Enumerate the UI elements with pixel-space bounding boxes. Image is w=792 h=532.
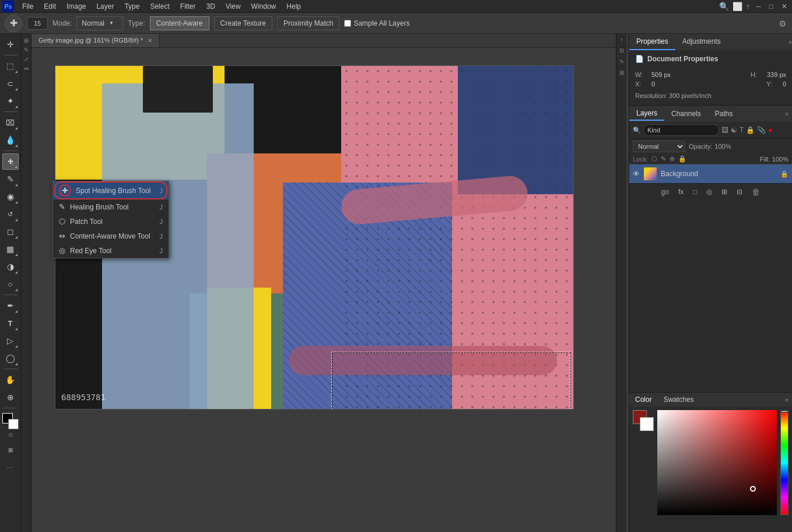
layer-action-fx[interactable]: fx [676,187,686,197]
color-hue-slider[interactable] [780,410,789,515]
dodge-tool-btn[interactable]: ○ [2,276,19,292]
healing-tool-btn[interactable]: ✚⊹ [2,153,19,170]
shape-tool-btn[interactable]: ◯ [2,350,19,366]
close-btn[interactable]: ✕ [779,2,790,10]
type-create-texture-btn[interactable]: Create Texture [214,16,273,30]
lasso-tool-btn[interactable]: ⊂ [2,75,19,92]
filter-type-icon[interactable]: T [740,126,744,134]
type-content-aware-btn[interactable]: Content-Aware [150,16,209,30]
tab-adjustments[interactable]: Adjustments [675,34,728,50]
pen-tool-btn[interactable]: ✒ [2,298,19,314]
layer-action-adjustment[interactable]: ◎ [704,187,714,197]
secondary-icon-2[interactable]: ✎ [22,46,30,54]
menu-select[interactable]: Select [145,1,174,12]
menu-file[interactable]: File [17,1,38,12]
sample-all-layers-label[interactable]: Sample All Layers [344,19,409,27]
clone-stamp-tool-btn[interactable]: ◉ [2,188,19,205]
more-tools-btn[interactable]: ··· [2,459,19,475]
gradient-tool-btn[interactable]: ▦ [2,241,19,257]
brush-tool-btn[interactable]: ✎ [2,171,19,187]
type-proximity-match-btn[interactable]: Proximity Match [277,16,339,30]
move-tool-btn[interactable] [2,36,19,52]
menu-3d[interactable]: 3D [201,1,219,12]
lock-artboard-icon[interactable]: ⊕ [670,155,675,163]
secondary-icon-3[interactable]: ⤢ [22,55,30,63]
filter-shape-icon[interactable]: 🔒 [746,126,755,134]
history-brush-tool-btn[interactable]: ↺ [2,206,19,222]
color-panel-collapse-icon[interactable]: ≡ [785,397,789,403]
color-gradient-picker[interactable] [657,410,777,515]
menu-edit[interactable]: Edit [39,1,61,12]
menu-type[interactable]: Type [120,1,144,12]
workspace-icon[interactable]: ⬜ [733,2,742,11]
spot-healing-popup-label: Spot Healing Brush Tool [76,187,151,195]
layers-kind-dropdown[interactable]: Kind [643,124,719,136]
lock-pixels-icon[interactable]: ⬡ [651,155,657,163]
layer-action-link[interactable]: go [659,187,671,197]
filter-adjust-icon[interactable]: ☯ [731,126,737,134]
document-tab[interactable]: Getty image.jpg @ 161% (RGB/8#) * ✕ [31,34,160,47]
popup-item-healing-brush[interactable]: ✎ Healing Brush Tool J [53,200,169,214]
filter-toggle-icon[interactable]: ● [768,126,772,134]
zoom-tool-btn[interactable]: ⊕ [2,389,19,405]
background-color-swatch[interactable] [8,419,19,429]
menu-help[interactable]: Help [282,1,306,12]
secondary-icon-4[interactable]: ⇔ [22,64,30,72]
layers-collapse-icon[interactable]: ≡ [785,111,789,117]
popup-item-red-eye[interactable]: ◎ Red Eye Tool J [53,243,169,258]
quick-select-tool-btn[interactable]: ✦ [2,93,19,109]
text-tool-btn[interactable]: T [2,315,19,331]
menu-image[interactable]: Image [62,1,90,12]
quick-mask-icon[interactable]: ⊙ [8,432,13,438]
minimize-btn[interactable]: ─ [754,2,763,10]
properties-collapse-icon[interactable]: ≡ [789,39,792,46]
lock-all-icon[interactable]: 🔒 [678,155,686,163]
bg-color-swatch[interactable] [640,417,654,431]
document-tab-close[interactable]: ✕ [148,37,152,44]
menu-view[interactable]: View [221,1,246,12]
mode-dropdown[interactable]: Normal [76,16,123,30]
brush-size-input[interactable] [27,17,48,30]
maximize-btn[interactable]: □ [767,2,776,10]
screen-mode-btn[interactable]: ⊞ [2,442,19,458]
popup-item-spot-healing[interactable]: ✚ Spot Healing Brush Tool J [53,181,169,200]
crop-tool-btn[interactable]: ⌧ [2,114,19,131]
popup-item-content-aware[interactable]: ⇔ Content-Aware Move Tool J [53,229,169,243]
layer-item-background[interactable]: 👁 Background 🔒 [629,164,792,183]
tab-layers[interactable]: Layers [629,107,664,121]
eraser-tool-btn[interactable]: ◻ [2,223,19,240]
tab-paths[interactable]: Paths [708,107,740,120]
layer-action-mask[interactable]: □ [691,187,699,197]
tab-properties[interactable]: Properties [629,34,675,50]
right-strip-icon-2[interactable]: ✎ [619,58,624,65]
right-strip-icon-1[interactable]: ⊟ [619,47,624,54]
right-strip-icon-3[interactable]: ⊞ [619,69,624,76]
menu-layer[interactable]: Layer [92,1,118,12]
menu-window[interactable]: Window [247,1,281,12]
secondary-icon-1[interactable]: ⊞ [22,36,30,44]
share-icon[interactable]: ↑ [746,2,750,11]
sample-all-layers-checkbox[interactable] [344,20,351,27]
hand-tool-btn[interactable]: ✋ [2,372,19,388]
layer-action-add[interactable]: ⊟ [734,187,745,197]
collapse-right-btn[interactable]: › [621,36,622,43]
layer-action-group[interactable]: ⊞ [719,187,730,197]
menu-filter[interactable]: Filter [176,1,201,12]
tab-channels[interactable]: Channels [664,107,708,120]
filter-smartobj-icon[interactable]: 📎 [757,126,766,134]
layer-visibility-eye[interactable]: 👁 [633,170,640,178]
search-icon[interactable]: 🔍 [719,2,729,11]
main-layout: ⬚ ⊂ ✦ ⌧ 💧 ✚⊹ ✎ ◉ [0,34,792,532]
lock-pos-icon[interactable]: ✎ [661,155,666,163]
blend-mode-dropdown[interactable]: Normal [633,141,685,152]
layer-action-delete[interactable]: 🗑 [749,186,762,198]
options-circle-icon[interactable]: ⊙ [778,18,787,29]
tab-swatches[interactable]: Swatches [658,394,700,405]
path-select-tool-btn[interactable]: ▷ [2,332,19,349]
blur-tool-btn[interactable]: ◑ [2,258,19,275]
eyedropper-tool-btn[interactable]: 💧 [2,132,19,148]
popup-item-patch-tool[interactable]: ⬡ Patch Tool J [53,214,169,229]
tab-color[interactable]: Color [629,394,658,405]
filter-pixel-icon[interactable]: 🖼 [721,126,728,134]
select-rect-tool-btn[interactable]: ⬚ [2,58,19,74]
